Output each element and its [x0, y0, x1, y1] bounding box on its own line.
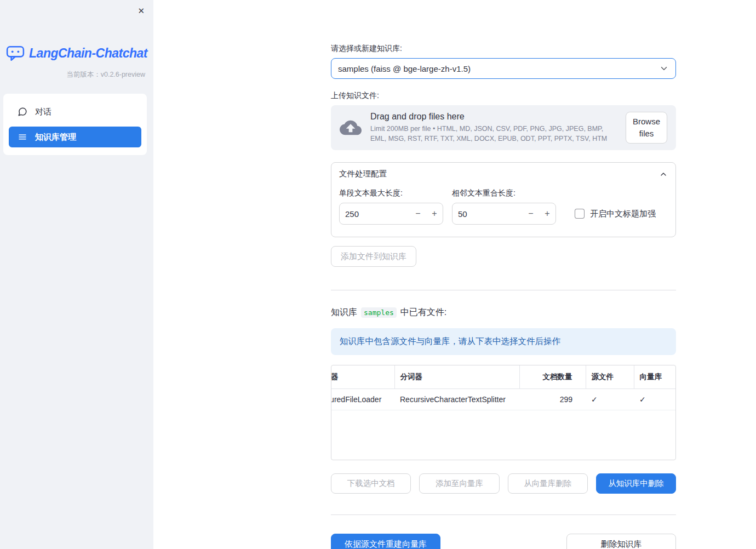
app-logo-text: LangChain-Chatchat	[29, 46, 147, 61]
zh-title-enhance-checkbox[interactable]	[575, 209, 585, 219]
dropzone-limit-text: Limit 200MB per file • HTML, MD, JSON, C…	[370, 124, 617, 144]
chunk-size-input-group: − +	[339, 203, 443, 225]
list-icon	[18, 132, 27, 142]
config-expander-title: 文件处理配置	[339, 169, 387, 179]
overlap-size-input-group: − +	[452, 203, 556, 225]
cell-source-file-check: ✓	[586, 389, 634, 410]
zh-title-enhance-field: 开启中文标题加强	[565, 203, 656, 225]
file-actions-row: 下载选中文档 添加至向量库 从向量库删除 从知识库中删除	[331, 473, 676, 494]
remove-from-vectorstore-button[interactable]: 从向量库删除	[508, 473, 588, 494]
divider	[331, 514, 676, 515]
kb-files-table: 文档加载器 分词器 文档数量 源文件 向量库 UnstructuredFileL…	[331, 365, 676, 460]
kb-selectbox[interactable]: samples (faiss @ bge-large-zh-v1.5)	[331, 58, 676, 79]
cell-splitter: RecursiveCharacterTextSplitter	[394, 389, 519, 410]
overlap-size-label: 相邻文本重合长度:	[452, 188, 556, 198]
kb-select-label: 请选择或新建知识库:	[331, 44, 676, 54]
table-header-row: 文档加载器 分词器 文档数量 源文件 向量库	[331, 365, 676, 389]
uploader-label: 上传知识文件:	[331, 91, 676, 101]
add-to-vectorstore-button[interactable]: 添加至向量库	[419, 473, 499, 494]
overlap-size-input[interactable]	[453, 209, 523, 219]
sidebar-item-label: 知识库管理	[35, 132, 76, 142]
chat-bubble-logo-icon	[6, 45, 25, 61]
download-selected-button[interactable]: 下载选中文档	[331, 473, 411, 494]
add-files-to-kb-button[interactable]: 添加文件到知识库	[331, 246, 416, 267]
sidebar: ✕ LangChain-Chatchat 当前版本：v0.2.6-preview…	[0, 0, 153, 549]
chunk-size-decrement-button[interactable]: −	[410, 203, 426, 224]
config-expander-header[interactable]: 文件处理配置	[331, 163, 675, 185]
overlap-decrement-button[interactable]: −	[523, 203, 539, 224]
chevron-down-icon	[659, 64, 669, 73]
sidebar-item-label: 对话	[35, 107, 51, 117]
cell-vector-store-check: ✓	[634, 389, 676, 410]
dropzone-title: Drag and drop files here	[370, 112, 617, 122]
cell-doc-count: 299	[519, 389, 586, 410]
browse-files-button[interactable]: Browse files	[626, 112, 667, 144]
kb-footer-actions: 依据源文件重建向量库 删除知识库	[331, 534, 676, 549]
cell-loader: UnstructuredFileLoader	[331, 389, 394, 410]
cloud-upload-icon	[340, 119, 362, 136]
col-header-source-file: 源文件	[586, 365, 634, 389]
existing-files-suffix: 中已有文件:	[400, 307, 446, 318]
chunk-size-increment-button[interactable]: +	[426, 203, 443, 224]
sidebar-nav: 对话 知识库管理	[3, 94, 147, 155]
rebuild-vectorstore-button[interactable]: 依据源文件重建向量库	[331, 534, 440, 549]
file-config-expander: 文件处理配置 单段文本最大长度: − + 相邻文本重合	[331, 162, 676, 237]
sidebar-close-button[interactable]: ✕	[135, 4, 147, 17]
chevron-up-icon	[659, 170, 668, 179]
info-banner: 知识库中包含源文件与向量库，请从下表中选择文件后操作	[331, 328, 676, 355]
kb-selectbox-value: samples (faiss @ bge-large-zh-v1.5)	[338, 64, 471, 73]
chunk-size-input[interactable]	[340, 209, 410, 219]
delete-kb-button[interactable]: 删除知识库	[566, 534, 676, 549]
chat-icon	[18, 107, 27, 117]
delete-from-kb-button[interactable]: 从知识库中删除	[596, 473, 676, 494]
col-header-doc-count: 文档数量	[519, 365, 586, 389]
table-row[interactable]: UnstructuredFileLoader RecursiveCharacte…	[331, 389, 676, 410]
main-area: 请选择或新建知识库: samples (faiss @ bge-large-zh…	[153, 0, 756, 549]
zh-title-enhance-label: 开启中文标题加强	[590, 209, 656, 219]
col-header-loader: 文档加载器	[331, 365, 394, 389]
file-dropzone[interactable]: Drag and drop files here Limit 200MB per…	[331, 105, 676, 150]
divider	[331, 290, 676, 290]
overlap-increment-button[interactable]: +	[539, 203, 555, 224]
version-label: 当前版本：v0.2.6-preview	[0, 70, 153, 79]
existing-files-prefix: 知识库	[331, 307, 357, 318]
kb-name-code: samples	[361, 307, 397, 318]
app-logo: LangChain-Chatchat	[0, 45, 153, 61]
sidebar-item-kb-management[interactable]: 知识库管理	[9, 127, 141, 147]
sidebar-item-dialogue[interactable]: 对话	[9, 101, 141, 122]
col-header-splitter: 分词器	[394, 365, 519, 389]
col-header-vector-store: 向量库	[634, 365, 676, 389]
existing-files-line: 知识库 samples 中已有文件:	[331, 307, 676, 318]
chunk-size-label: 单段文本最大长度:	[339, 188, 443, 198]
